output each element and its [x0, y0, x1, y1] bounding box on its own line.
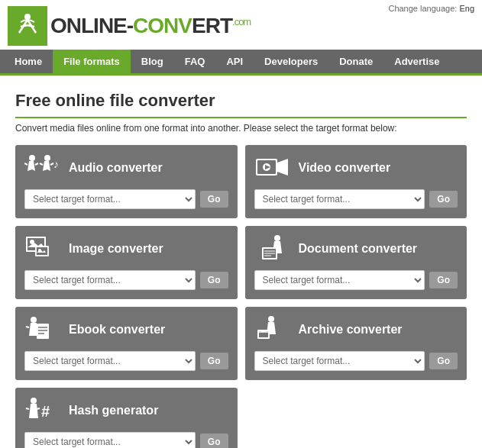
svg-rect-25: [37, 324, 49, 339]
nav-home[interactable]: Home: [4, 50, 53, 73]
nav-api[interactable]: API: [215, 50, 254, 73]
image-converter-header: Image converter: [24, 234, 228, 264]
document-format-select[interactable]: Select target format...: [254, 270, 425, 290]
ebook-format-select[interactable]: Select target format...: [24, 351, 196, 371]
svg-point-0: [24, 14, 31, 20]
language-selector[interactable]: Change language: Eng: [388, 4, 474, 13]
nav-faq[interactable]: FAQ: [174, 50, 216, 73]
archive-go-button[interactable]: Go: [429, 353, 458, 369]
image-converter-controls: Select target format... Go: [24, 270, 228, 290]
audio-converter-header: ♪ Audio converter: [24, 153, 228, 183]
header: Change language: Eng ONLINE-CONVERT.com: [0, 0, 482, 76]
audio-icon: ♪: [24, 153, 61, 183]
ebook-converter-header: Ebook converter: [24, 314, 228, 345]
language-link[interactable]: Eng: [459, 4, 474, 13]
ebook-icon: [24, 314, 61, 345]
logo-icon: [8, 6, 47, 46]
subtitle: Convert media files online from one form…: [15, 123, 467, 134]
nav-advertise[interactable]: Advertise: [383, 50, 450, 73]
image-converter-title: Image converter: [69, 242, 163, 256]
video-format-select[interactable]: Select target format...: [254, 189, 425, 209]
logo-figure-icon: [13, 11, 42, 40]
converter-grid: ♪ Audio converter Select target format..…: [15, 145, 467, 448]
main-content: Free online file converter Convert media…: [0, 76, 482, 448]
logo-area[interactable]: ONLINE-CONVERT.com: [8, 6, 251, 46]
image-go-button[interactable]: Go: [200, 272, 228, 288]
svg-rect-33: [261, 330, 266, 332]
logo-text: ONLINE-CONVERT.com: [50, 14, 251, 38]
archive-format-select[interactable]: Select target format...: [254, 351, 425, 371]
image-converter-card: Image converter Select target format... …: [15, 226, 238, 299]
hash-go-button[interactable]: Go: [200, 433, 228, 448]
video-go-button[interactable]: Go: [429, 191, 458, 208]
nav-blog[interactable]: Blog: [131, 50, 174, 73]
audio-converter-title: Audio converter: [69, 161, 163, 175]
archive-converter-header: Archive converter: [254, 314, 458, 345]
ebook-go-button[interactable]: Go: [200, 353, 228, 369]
hash-converter-card: # Hash generator Select target format...…: [15, 388, 238, 448]
svg-line-3: [21, 25, 27, 27]
archive-converter-card: Archive converter Select target format..…: [245, 307, 467, 380]
document-converter-title: Document converter: [299, 242, 418, 256]
svg-point-5: [29, 155, 35, 161]
audio-format-select[interactable]: Select target format...: [24, 189, 196, 209]
audio-converter-controls: Select target format... Go: [24, 189, 228, 209]
audio-go-button[interactable]: Go: [200, 191, 228, 208]
video-converter-card: Video converter Select target format... …: [245, 145, 467, 218]
video-converter-title: Video converter: [299, 161, 391, 175]
nav-donate[interactable]: Donate: [328, 50, 383, 73]
image-icon: [24, 234, 61, 264]
hash-icon: #: [24, 395, 61, 426]
svg-line-4: [27, 25, 34, 27]
document-converter-header: Document converter: [254, 234, 458, 264]
archive-converter-title: Archive converter: [299, 323, 403, 337]
ebook-converter-title: Ebook converter: [69, 323, 165, 337]
archive-icon: [254, 314, 291, 345]
ebook-converter-controls: Select target format... Go: [24, 351, 228, 371]
document-go-button[interactable]: Go: [429, 272, 458, 288]
hash-converter-title: Hash generator: [69, 404, 158, 417]
svg-text:♪: ♪: [53, 158, 59, 170]
svg-text:#: #: [41, 403, 50, 420]
svg-point-6: [44, 155, 50, 161]
video-converter-header: Video converter: [254, 153, 458, 183]
audio-converter-card: ♪ Audio converter Select target format..…: [15, 145, 238, 218]
svg-point-24: [31, 317, 37, 323]
ebook-converter-card: Ebook converter Select target format... …: [15, 307, 238, 380]
nav-developers[interactable]: Developers: [254, 50, 328, 73]
svg-point-29: [268, 316, 274, 322]
archive-converter-controls: Select target format... Go: [254, 351, 458, 371]
document-converter-card: Document converter Select target format.…: [245, 226, 467, 299]
page-title: Free online file converter: [15, 91, 467, 118]
video-icon: [254, 153, 291, 183]
nav-file-formats[interactable]: File formats: [53, 50, 131, 73]
hash-converter-header: # Hash generator: [24, 395, 228, 426]
document-converter-controls: Select target format... Go: [254, 270, 458, 290]
svg-point-18: [274, 235, 280, 241]
video-converter-controls: Select target format... Go: [254, 189, 458, 209]
hash-converter-controls: Select target format... Go: [24, 432, 228, 448]
change-language-label: Change language:: [388, 4, 457, 13]
hash-format-select[interactable]: Select target format...: [24, 432, 196, 448]
navbar: Home File formats Blog FAQ API Developer…: [0, 50, 482, 73]
svg-point-34: [31, 398, 37, 404]
document-icon: [254, 234, 291, 264]
image-format-select[interactable]: Select target format...: [24, 270, 196, 290]
